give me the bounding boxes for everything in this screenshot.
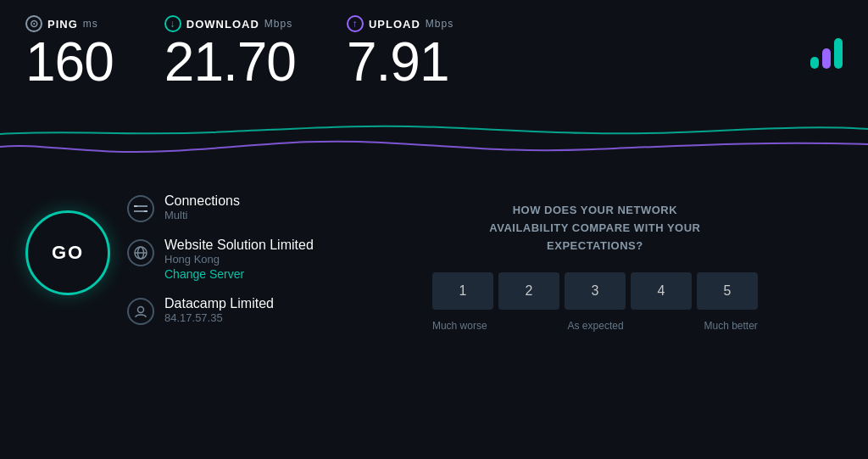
download-unit: Mbps: [264, 18, 292, 30]
rating-btn-4[interactable]: 4: [631, 272, 692, 310]
logo-bar-2: [822, 48, 831, 69]
rating-btn-3[interactable]: 3: [565, 272, 626, 310]
download-stat: ↓ DOWNLOAD Mbps 21.70: [164, 15, 296, 92]
rating-label-worse: Much worse: [432, 320, 487, 332]
logo-bar-1: [810, 57, 819, 69]
upload-label: ↑ UPLOAD Mbps: [347, 15, 453, 32]
rating-btn-5[interactable]: 5: [697, 272, 758, 310]
rating-container: 1 2 3 4 5 Much worse As expected Much be…: [432, 272, 758, 332]
stats-bar: ⊙ PING ms 160 ↓ DOWNLOAD Mbps 21.70 ↑ UP…: [0, 0, 868, 100]
ping-unit: ms: [83, 18, 98, 30]
go-button[interactable]: GO: [25, 210, 110, 295]
isp-row: Datacamp Limited 84.17.57.35: [127, 296, 314, 325]
ping-label-name: PING: [47, 18, 78, 31]
rating-labels: Much worse As expected Much better: [432, 320, 758, 332]
logo-bar-3: [834, 38, 843, 69]
upload-unit: Mbps: [426, 18, 453, 30]
download-label-name: DOWNLOAD: [186, 18, 259, 31]
rating-label-expected: As expected: [568, 320, 624, 332]
isp-text: Datacamp Limited 84.17.57.35: [164, 296, 274, 324]
server-row: Website Solution Limited Hong Kong Chang…: [127, 238, 314, 281]
ping-value: 160: [25, 32, 114, 92]
svg-point-7: [138, 307, 144, 313]
server-icon: [127, 239, 154, 266]
upload-stat: ↑ UPLOAD Mbps 7.91: [347, 15, 453, 92]
survey-q-line1: HOW DOES YOUR NETWORK: [489, 202, 700, 220]
left-panel: GO Connections Multi: [25, 193, 314, 331]
main-content: GO Connections Multi: [0, 176, 868, 348]
connections-title: Connections: [164, 193, 240, 209]
upload-label-name: UPLOAD: [369, 18, 420, 31]
rating-label-better: Much better: [704, 320, 758, 332]
ping-label: ⊙ PING ms: [25, 15, 98, 32]
server-name: Website Solution Limited: [164, 238, 314, 253]
server-info: Connections Multi Website Solution Limit…: [127, 193, 314, 325]
upload-value: 7.91: [347, 32, 449, 92]
connections-icon: [127, 195, 154, 222]
server-location: Hong Kong: [164, 253, 314, 266]
isp-name: Datacamp Limited: [164, 296, 274, 311]
download-icon: ↓: [164, 15, 181, 32]
survey-q-line3: EXPECTATIONS?: [489, 238, 700, 255]
download-value: 21.70: [164, 32, 296, 92]
speed-chart: [0, 100, 868, 176]
isp-icon: [127, 298, 154, 325]
ping-icon: ⊙: [25, 15, 42, 32]
connections-text: Connections Multi: [164, 193, 240, 221]
connections-row: Connections Multi: [127, 193, 314, 222]
app-logo: [810, 38, 843, 69]
change-server-link[interactable]: Change Server: [164, 267, 314, 281]
rating-buttons: 1 2 3 4 5: [432, 272, 758, 310]
survey-question: HOW DOES YOUR NETWORK AVAILABILITY COMPA…: [489, 202, 700, 255]
survey-q-line2: AVAILABILITY COMPARE WITH YOUR: [489, 220, 700, 238]
ping-stat: ⊙ PING ms 160: [25, 15, 114, 92]
survey-panel: HOW DOES YOUR NETWORK AVAILABILITY COMPA…: [348, 193, 843, 331]
server-text: Website Solution Limited Hong Kong Chang…: [164, 238, 314, 281]
isp-ip: 84.17.57.35: [164, 311, 274, 324]
upload-icon: ↑: [347, 15, 364, 32]
rating-btn-1[interactable]: 1: [432, 272, 493, 310]
download-label: ↓ DOWNLOAD Mbps: [164, 15, 292, 32]
rating-btn-2[interactable]: 2: [498, 272, 559, 310]
connections-value: Multi: [164, 209, 240, 221]
